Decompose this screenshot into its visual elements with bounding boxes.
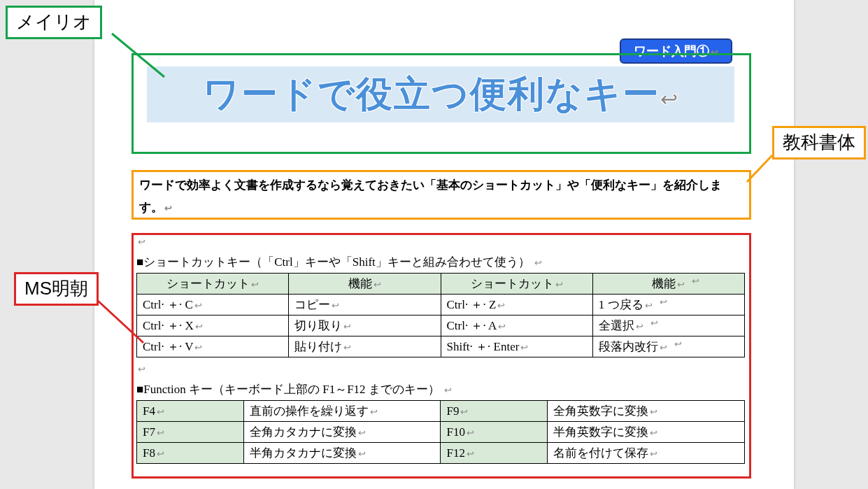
col-shortcut-2: ショートカット↩ xyxy=(441,274,592,295)
table-header-row: ショートカット↩ 機能↩ ショートカット↩ 機能↩↩ xyxy=(137,274,745,295)
callout-kyokasho: 教科書体 xyxy=(772,126,866,160)
table-row: Ctrl· ＋· X↩切り取り↩Ctrl· ＋· A↩全選択↩↩ xyxy=(137,316,745,336)
table-row: F8↩半角カタカナに変換↩F12↩名前を付けて保存↩ xyxy=(137,443,745,464)
col-function-1: 機能↩ xyxy=(289,274,441,295)
table-row: Ctrl· ＋· V↩貼り付け↩Shift· ＋· Enter↩段落内改行↩↩ xyxy=(137,336,745,357)
badge-word-intro: ワード入門①↩ xyxy=(620,38,732,64)
document-title: ワードで役立つ便利なキー↩ xyxy=(136,65,745,123)
body-section: ↩ ■ショートカットキー（「Ctrl」キーや「Shift」キーと組み合わせて使う… xyxy=(136,234,745,468)
col-function-2: 機能↩↩ xyxy=(592,274,744,295)
section2-heading: ■Function キー（キーボード上部の F1～F12 までのキー） ↩ xyxy=(136,381,745,397)
section1-heading: ■ショートカットキー（「Ctrl」キーや「Shift」キーと組み合わせて使う） … xyxy=(136,254,745,270)
table-row: Ctrl· ＋· C↩コピー↩Ctrl· ＋· Z↩1 つ戻る↩↩ xyxy=(137,295,745,316)
intro-paragraph: ワードで効率よく文書を作成するなら覚えておきたい「基本のショートカット」や「便利… xyxy=(136,171,745,222)
col-shortcut-1: ショートカット↩ xyxy=(137,274,289,295)
badge-text: ワード入門① xyxy=(634,44,709,58)
table-row: F4↩直前の操作を繰り返す↩F9↩全角英数字に変換↩ xyxy=(137,401,745,422)
callout-msmincho: MS明朝 xyxy=(14,272,99,306)
title-text: ワードで役立つ便利なキー xyxy=(203,73,660,114)
function-key-table: F4↩直前の操作を繰り返す↩F9↩全角英数字に変換↩ F7↩全角カタカナに変換↩… xyxy=(136,400,745,464)
shortcut-table: ショートカット↩ 機能↩ ショートカット↩ 機能↩↩ Ctrl· ＋· C↩コピ… xyxy=(136,273,745,357)
callout-meiryo: メイリオ xyxy=(6,6,102,39)
document-page: ワード入門①↩ ワードで役立つ便利なキー↩ ワードで効率よく文書を作成するなら覚… xyxy=(94,0,794,489)
table-row: F7↩全角カタカナに変換↩F10↩半角英数字に変換↩ xyxy=(137,422,745,443)
intro-text: ワードで効率よく文書を作成するなら覚えておきたい「基本のショートカット」や「便利… xyxy=(139,178,722,214)
